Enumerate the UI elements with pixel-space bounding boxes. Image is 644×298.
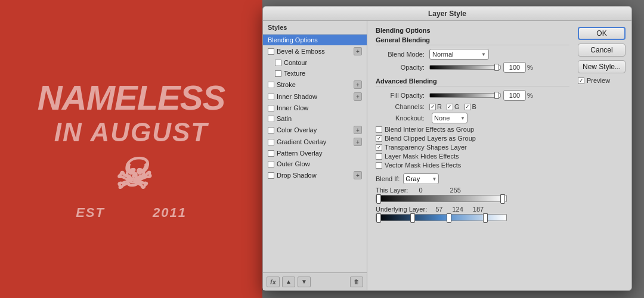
- sidebar-item-inner-glow[interactable]: Inner Glow: [263, 103, 367, 113]
- channel-g-label: G: [454, 103, 460, 110]
- this-layer-row: This Layer: 0 255: [376, 187, 569, 202]
- knockout-row: Knockout: None ▼: [376, 113, 569, 123]
- blend-interior-row: Blend Interior Effects as Group: [376, 126, 569, 133]
- underlying-thumb-mid2[interactable]: [447, 213, 451, 223]
- opacity-thumb[interactable]: [494, 64, 499, 71]
- transparency-label: Transparency Shapes Layer: [385, 144, 467, 151]
- right-buttons: OK Cancel New Style... Preview: [578, 27, 626, 84]
- blend-if-arrow: ▼: [432, 176, 436, 182]
- styles-list: Blending Options Bevel & Emboss + Contou…: [263, 35, 367, 272]
- general-blending-title: General Blending: [376, 36, 569, 45]
- underlying-thumb-left[interactable]: [376, 213, 381, 223]
- sidebar-item-blending-options[interactable]: Blending Options: [263, 35, 367, 45]
- fill-opacity-slider[interactable]: [429, 93, 501, 98]
- move-up-button[interactable]: ▲: [282, 277, 295, 287]
- opacity-label: Opacity:: [376, 64, 429, 71]
- gradient-overlay-add-btn[interactable]: +: [354, 138, 362, 146]
- blend-clipped-checkbox[interactable]: [376, 135, 382, 142]
- sidebar-item-bevel-emboss[interactable]: Bevel & Emboss +: [263, 45, 367, 57]
- texture-checkbox[interactable]: [275, 70, 281, 77]
- delete-button[interactable]: 🗑: [350, 277, 363, 287]
- contour-checkbox[interactable]: [275, 60, 281, 66]
- pattern-overlay-checkbox[interactable]: [268, 150, 274, 157]
- channel-b-label: B: [472, 103, 476, 110]
- inner-shadow-checkbox[interactable]: [268, 94, 274, 100]
- channel-g-checkbox[interactable]: [447, 104, 453, 110]
- blend-interior-checkbox[interactable]: [376, 126, 382, 133]
- underlying-thumb-mid1[interactable]: [410, 213, 415, 223]
- underlying-layer-slider[interactable]: [376, 214, 507, 221]
- sidebar-item-pattern-overlay[interactable]: Pattern Overlay: [263, 148, 367, 159]
- fill-opacity-thumb[interactable]: [494, 92, 499, 99]
- channel-b-checkbox[interactable]: [465, 104, 471, 110]
- bevel-emboss-add-btn[interactable]: +: [354, 47, 362, 55]
- underlying-thumb-mid3[interactable]: [483, 213, 488, 223]
- color-overlay-add-btn[interactable]: +: [354, 126, 362, 134]
- tshirt-year: 2011: [153, 205, 187, 221]
- underlying-layer-label-row: Underlying Layer: 57 124 187: [376, 206, 569, 213]
- knockout-select[interactable]: None ▼: [432, 113, 467, 123]
- gradient-overlay-checkbox[interactable]: [268, 139, 274, 145]
- channel-r-item: R: [429, 103, 442, 110]
- sidebar-item-texture[interactable]: Texture: [263, 68, 367, 79]
- options-panel: Blending Options General Blending Blend …: [367, 21, 631, 290]
- bevel-emboss-label: Bevel & Emboss: [277, 48, 325, 55]
- stroke-add-btn[interactable]: +: [354, 80, 362, 89]
- layer-mask-checkbox[interactable]: [376, 153, 382, 160]
- inner-shadow-add-btn[interactable]: +: [354, 92, 362, 101]
- inner-shadow-label: Inner Shadow: [277, 93, 317, 100]
- color-overlay-label: Color Overlay: [277, 126, 317, 134]
- ok-button[interactable]: OK: [578, 27, 626, 40]
- this-layer-thumb-left[interactable]: [376, 194, 381, 204]
- contour-label: Contour: [284, 59, 307, 66]
- underlying-v2: 124: [452, 206, 463, 213]
- sidebar-item-stroke[interactable]: Stroke +: [263, 79, 367, 91]
- sidebar-item-contour[interactable]: Contour: [263, 57, 367, 68]
- vector-mask-checkbox[interactable]: [376, 162, 382, 169]
- sidebar-item-inner-shadow[interactable]: Inner Shadow +: [263, 91, 367, 103]
- new-style-button[interactable]: New Style...: [578, 60, 626, 73]
- fx-button[interactable]: fx: [267, 277, 280, 287]
- transparency-checkbox[interactable]: [376, 144, 382, 151]
- knockout-label: Knockout:: [376, 114, 429, 122]
- knockout-arrow: ▼: [460, 116, 465, 121]
- cancel-button[interactable]: Cancel: [578, 44, 626, 57]
- sidebar-item-outer-glow[interactable]: Outer Glow: [263, 159, 367, 169]
- this-layer-slider[interactable]: [376, 195, 507, 202]
- this-layer-min: 0: [419, 187, 422, 194]
- underlying-layer-label: Underlying Layer:: [376, 206, 427, 213]
- drop-shadow-checkbox[interactable]: [268, 172, 274, 179]
- underlying-v1: 57: [435, 206, 442, 213]
- this-layer-label: This Layer:: [376, 187, 408, 194]
- channel-b-item: B: [465, 103, 476, 110]
- opacity-percent: %: [527, 64, 533, 71]
- blend-if-select[interactable]: Gray ▼: [403, 173, 439, 184]
- opacity-slider[interactable]: [429, 65, 501, 70]
- sidebar-item-color-overlay[interactable]: Color Overlay +: [263, 124, 367, 136]
- fill-opacity-input[interactable]: 100: [503, 90, 526, 101]
- bevel-emboss-checkbox[interactable]: [268, 48, 274, 55]
- stroke-checkbox[interactable]: [268, 82, 274, 88]
- this-layer-thumb-right[interactable]: [500, 194, 505, 204]
- move-down-button[interactable]: ▼: [298, 277, 311, 287]
- tshirt-background: NAMELESS IN AUGUST ☠ EST 2011: [0, 0, 262, 298]
- satin-checkbox[interactable]: [268, 116, 274, 122]
- channels-label: Channels:: [376, 103, 429, 110]
- drop-shadow-add-btn[interactable]: +: [354, 171, 362, 179]
- sidebar-item-gradient-overlay[interactable]: Gradient Overlay +: [263, 136, 367, 148]
- layer-mask-row: Layer Mask Hides Effects: [376, 153, 569, 160]
- color-overlay-checkbox[interactable]: [268, 127, 274, 134]
- blend-mode-select[interactable]: Normal ▼: [429, 49, 489, 60]
- styles-toolbar: fx ▲ ▼ 🗑: [263, 272, 367, 290]
- sidebar-item-drop-shadow[interactable]: Drop Shadow +: [263, 169, 367, 181]
- inner-glow-checkbox[interactable]: [268, 105, 274, 111]
- this-layer-label-row: This Layer: 0 255: [376, 187, 569, 194]
- transparency-row: Transparency Shapes Layer: [376, 144, 569, 151]
- channels-row: Channels: R G B: [376, 103, 569, 110]
- satin-label: Satin: [277, 115, 292, 122]
- outer-glow-checkbox[interactable]: [268, 161, 274, 167]
- channel-r-checkbox[interactable]: [429, 104, 436, 110]
- preview-checkbox[interactable]: [578, 77, 584, 84]
- opacity-input[interactable]: 100: [503, 62, 526, 73]
- sidebar-item-satin[interactable]: Satin: [263, 113, 367, 124]
